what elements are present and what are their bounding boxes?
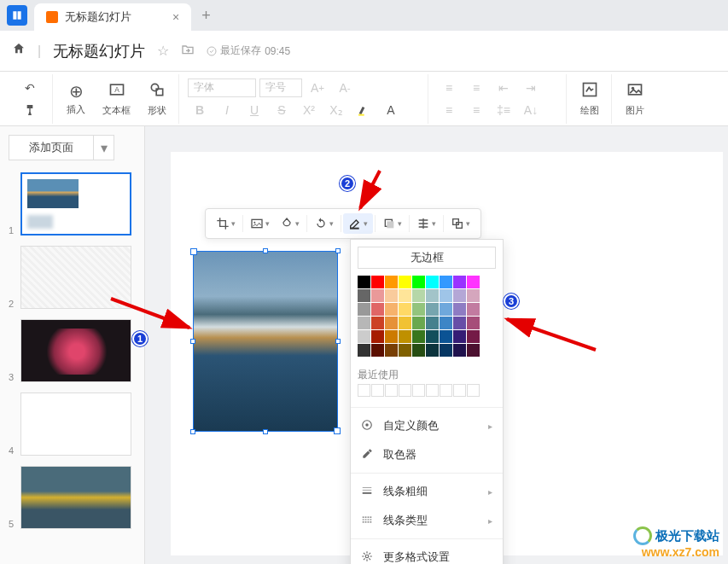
- color-swatch[interactable]: [385, 303, 398, 316]
- line-weight-option[interactable]: 线条粗细 ▸: [351, 477, 503, 506]
- color-swatch[interactable]: [412, 317, 425, 329]
- italic-button[interactable]: I: [215, 100, 239, 120]
- color-swatch[interactable]: [412, 330, 425, 343]
- color-swatch[interactable]: [440, 276, 452, 288]
- color-swatch[interactable]: [453, 276, 466, 288]
- color-swatch[interactable]: [426, 330, 439, 343]
- recent-color-swatch[interactable]: [467, 384, 480, 397]
- shape-button[interactable]: 形状: [141, 79, 173, 119]
- slide-thumbnail[interactable]: [20, 392, 131, 456]
- draw-button[interactable]: 绘图: [574, 79, 606, 119]
- superscript-button[interactable]: X²: [297, 100, 321, 120]
- color-swatch[interactable]: [467, 276, 480, 288]
- underline-button[interactable]: U: [242, 100, 266, 120]
- move-folder-icon[interactable]: [181, 43, 195, 60]
- color-swatch[interactable]: [426, 344, 439, 357]
- color-swatch[interactable]: [371, 303, 384, 316]
- color-swatch[interactable]: [358, 276, 370, 288]
- recent-color-swatch[interactable]: [440, 384, 452, 397]
- subscript-button[interactable]: X₂: [324, 100, 348, 120]
- color-swatch[interactable]: [412, 344, 425, 357]
- color-swatch[interactable]: [467, 317, 480, 329]
- selected-image[interactable]: [193, 251, 338, 432]
- recent-color-swatch[interactable]: [358, 384, 370, 397]
- font-family-select[interactable]: 字体: [188, 78, 256, 97]
- insert-button[interactable]: ⊕ 插入: [60, 79, 92, 118]
- color-swatch[interactable]: [358, 344, 370, 357]
- color-swatch[interactable]: [371, 289, 384, 302]
- color-swatch[interactable]: [453, 317, 466, 329]
- slide-thumbnail[interactable]: [20, 466, 131, 529]
- textbox-button[interactable]: A 文本框: [96, 79, 137, 119]
- highlight-button[interactable]: [352, 100, 376, 120]
- color-swatch[interactable]: [440, 303, 452, 316]
- color-swatch[interactable]: [426, 317, 439, 329]
- shadow-button[interactable]: ▾: [377, 213, 407, 234]
- arrange-button[interactable]: ▾: [446, 213, 475, 234]
- color-swatch[interactable]: [412, 303, 425, 316]
- star-icon[interactable]: ☆: [157, 43, 169, 59]
- color-swatch[interactable]: [399, 303, 411, 316]
- color-swatch[interactable]: [371, 317, 384, 329]
- color-swatch[interactable]: [440, 289, 452, 302]
- format-painter-button[interactable]: [18, 100, 42, 120]
- color-swatch[interactable]: [385, 344, 398, 357]
- slide-thumbnail[interactable]: [20, 319, 131, 382]
- color-swatch[interactable]: [371, 344, 384, 357]
- transparency-button[interactable]: ▾: [275, 213, 305, 234]
- add-page-dropdown[interactable]: ▾: [94, 135, 114, 160]
- custom-color-option[interactable]: 自定义颜色 ▸: [351, 411, 503, 440]
- recent-color-swatch[interactable]: [453, 384, 466, 397]
- color-swatch[interactable]: [358, 330, 370, 343]
- decrease-indent-button[interactable]: ⇤: [492, 78, 515, 98]
- bold-button[interactable]: B: [188, 100, 212, 120]
- rotate-button[interactable]: ▾: [309, 213, 339, 234]
- color-swatch[interactable]: [440, 330, 452, 343]
- color-swatch[interactable]: [453, 303, 466, 316]
- new-tab-button[interactable]: +: [201, 7, 211, 25]
- color-swatch[interactable]: [385, 317, 398, 329]
- color-swatch[interactable]: [467, 303, 480, 316]
- number-list-button[interactable]: ≡: [464, 78, 488, 98]
- line-style-option[interactable]: 线条类型 ▸: [351, 506, 503, 535]
- color-swatch[interactable]: [358, 303, 370, 316]
- align-button[interactable]: ▾: [411, 213, 441, 234]
- recent-color-swatch[interactable]: [399, 384, 411, 397]
- align-left-button[interactable]: ≡: [437, 100, 461, 120]
- recent-color-swatch[interactable]: [412, 384, 425, 397]
- color-swatch[interactable]: [412, 289, 425, 302]
- crop-button[interactable]: ▾: [211, 213, 241, 234]
- text-direction-button[interactable]: A↓: [519, 100, 543, 120]
- slide-thumbnail[interactable]: [20, 246, 131, 309]
- color-swatch[interactable]: [426, 289, 439, 302]
- color-swatch[interactable]: [467, 344, 480, 357]
- color-swatch[interactable]: [453, 330, 466, 343]
- color-swatch[interactable]: [371, 276, 384, 288]
- font-size-select[interactable]: 字号: [259, 78, 302, 97]
- image-button[interactable]: 图片: [619, 79, 651, 119]
- no-border-option[interactable]: 无边框: [358, 247, 496, 269]
- color-swatch[interactable]: [467, 330, 480, 343]
- tab-close-button[interactable]: ×: [172, 10, 179, 24]
- color-swatch[interactable]: [440, 317, 452, 329]
- more-format-option[interactable]: 更多格式设置: [351, 543, 503, 564]
- color-swatch[interactable]: [453, 289, 466, 302]
- home-icon[interactable]: [12, 42, 26, 60]
- color-swatch[interactable]: [426, 303, 439, 316]
- eyedropper-option[interactable]: 取色器: [351, 440, 503, 469]
- recent-color-swatch[interactable]: [426, 384, 439, 397]
- decrease-font-button[interactable]: A-: [333, 78, 357, 98]
- border-color-button[interactable]: ▾: [343, 213, 373, 234]
- color-swatch[interactable]: [399, 317, 411, 329]
- font-color-button[interactable]: A: [379, 100, 403, 120]
- line-spacing-button[interactable]: ‡≡: [492, 100, 515, 120]
- color-swatch[interactable]: [385, 289, 398, 302]
- color-swatch[interactable]: [358, 317, 370, 329]
- color-swatch[interactable]: [399, 330, 411, 343]
- color-swatch[interactable]: [453, 344, 466, 357]
- color-swatch[interactable]: [440, 344, 452, 357]
- document-tab[interactable]: 无标题幻灯片 ×: [34, 3, 191, 31]
- color-swatch[interactable]: [358, 289, 370, 302]
- undo-button[interactable]: ↶: [18, 78, 42, 98]
- align-vertical-button[interactable]: ≡: [464, 100, 488, 120]
